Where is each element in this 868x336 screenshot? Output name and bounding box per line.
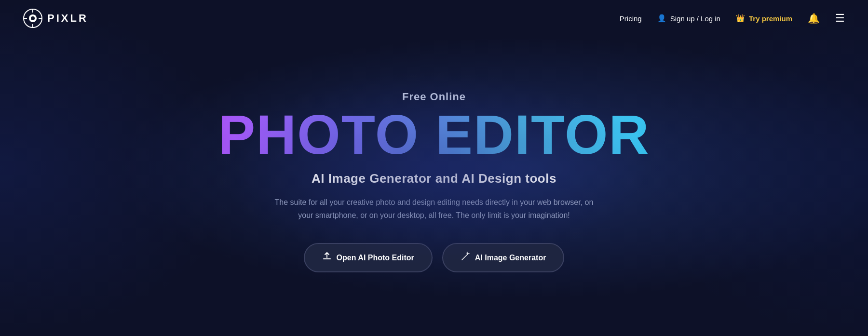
hamburger-menu-icon[interactable]: ☰	[835, 12, 845, 25]
ai-image-generator-label: AI Image Generator	[475, 254, 546, 262]
pricing-link[interactable]: Pricing	[620, 14, 642, 23]
user-icon: 👤	[657, 14, 666, 23]
open-ai-photo-editor-button[interactable]: Open AI Photo Editor	[304, 243, 433, 272]
free-online-label: Free Online	[402, 91, 466, 103]
signup-login-link[interactable]: 👤 Sign up / Log in	[657, 14, 720, 23]
nav-right: Pricing 👤 Sign up / Log in 👑 Try premium…	[620, 12, 845, 25]
navbar: PIXLR Pricing 👤 Sign up / Log in 👑 Try p…	[0, 0, 868, 37]
logo-text: PIXLR	[47, 12, 88, 25]
description-text: The suite for all your creative photo an…	[270, 196, 598, 222]
main-title: PHOTO EDITOR	[218, 107, 650, 162]
crown-icon: 👑	[736, 14, 745, 23]
notification-bell-icon[interactable]: 🔔	[808, 13, 820, 24]
page-wrapper: PIXLR Pricing 👤 Sign up / Log in 👑 Try p…	[0, 0, 868, 336]
upload-icon	[322, 252, 332, 264]
wand-icon	[461, 252, 470, 264]
try-premium-link[interactable]: 👑 Try premium	[736, 14, 792, 23]
ai-image-generator-button[interactable]: AI Image Generator	[442, 243, 565, 272]
open-ai-photo-editor-label: Open AI Photo Editor	[337, 254, 414, 262]
svg-rect-7	[323, 258, 331, 259]
hero-section: Free Online PHOTO EDITOR AI Image Genera…	[0, 27, 868, 336]
subtitle: AI Image Generator and AI Design tools	[312, 171, 556, 186]
svg-point-8	[467, 253, 468, 254]
logo-area[interactable]: PIXLR	[23, 9, 88, 28]
svg-point-2	[31, 16, 35, 20]
pixlr-logo-icon	[23, 9, 42, 28]
cta-buttons: Open AI Photo Editor AI Image Generator	[304, 243, 565, 272]
